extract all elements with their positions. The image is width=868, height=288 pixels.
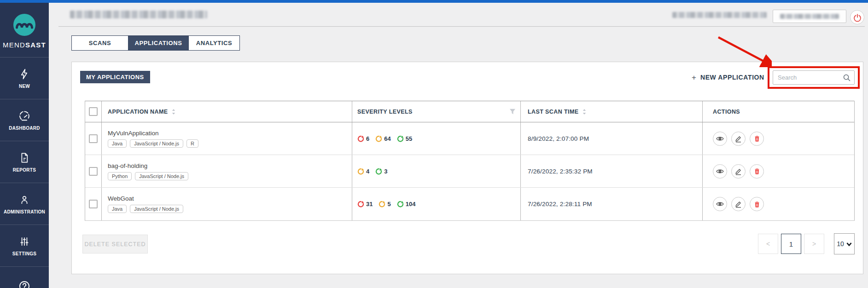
language-tag: Python [108, 172, 132, 180]
col-last-scan-time[interactable]: LAST SCAN TIME [528, 109, 578, 115]
delete-button[interactable] [750, 197, 764, 211]
main-area: SCANSAPPLICATIONSANALYTICS MY APPLICATIO… [49, 3, 868, 288]
view-button[interactable] [713, 197, 727, 211]
pie-icon [375, 168, 382, 175]
severity-cell: 66455 [352, 122, 520, 155]
row-checkbox[interactable] [89, 200, 98, 208]
pie-icon [379, 201, 385, 207]
header-divider [58, 26, 865, 27]
severity-low: 104 [397, 201, 416, 207]
pie-icon [357, 135, 364, 142]
gauge-icon [18, 109, 31, 122]
severity-high: 6 [357, 135, 369, 142]
pie-icon [397, 135, 404, 142]
pencil-icon [734, 167, 743, 176]
col-actions: ACTIONS [713, 109, 740, 115]
delete-button[interactable] [750, 164, 764, 179]
language-tag: Java [108, 205, 127, 213]
col-severity-levels: SEVERITY LEVELS [357, 109, 413, 115]
app-screen: MENDSAST NEW DASHBOARD REPORTS ADMINISTR… [0, 0, 868, 288]
table-row: MyVulnApplication JavaJavaScript / Node.… [85, 122, 854, 155]
application-name[interactable]: MyVulnApplication [108, 130, 159, 137]
sidebar-item-help[interactable] [0, 266, 49, 288]
view-button[interactable] [713, 132, 727, 146]
eye-icon [716, 134, 724, 143]
sidebar: MENDSAST NEW DASHBOARD REPORTS ADMINISTR… [0, 3, 49, 288]
sidebar-item-administration[interactable]: ADMINISTRATION [0, 183, 49, 225]
brand-logo: MENDSAST [0, 3, 49, 57]
edit-button[interactable] [731, 132, 746, 146]
lightning-icon [18, 68, 31, 81]
select-all-checkbox[interactable] [89, 107, 98, 116]
redacted-org-selector[interactable] [773, 10, 846, 23]
eye-icon [716, 167, 724, 176]
edit-button[interactable] [731, 164, 746, 179]
mend-logo-icon [12, 13, 36, 37]
pencil-icon [734, 200, 743, 208]
row-checkbox[interactable] [89, 134, 98, 143]
severity-high: 31 [357, 201, 373, 207]
delete-selected-button[interactable]: DELETE SELECTED [82, 235, 148, 253]
tab-bar: SCANSAPPLICATIONSANALYTICS [71, 35, 240, 51]
trash-icon [753, 200, 761, 208]
search-icon[interactable] [843, 74, 851, 84]
sort-icon[interactable] [171, 109, 176, 115]
trash-icon [753, 134, 761, 143]
pagination: < 1 > 10 [758, 233, 855, 254]
current-page-button[interactable]: 1 [781, 234, 801, 254]
severity-medium: 4 [357, 168, 369, 175]
row-checkbox[interactable] [89, 167, 98, 176]
table-row: bag-of-holding PythonJavaScript / Node.j… [85, 155, 854, 188]
page-size-select[interactable]: 10 [834, 233, 855, 254]
row-actions [702, 122, 854, 155]
prev-page-button[interactable]: < [758, 234, 778, 254]
trash-icon [753, 167, 761, 175]
report-icon [18, 151, 31, 164]
tab-analytics[interactable]: ANALYTICS [188, 36, 239, 50]
language-tags: JavaJavaScript / Node.js [108, 205, 183, 213]
severity-low: 55 [397, 135, 412, 142]
table-header-row: APPLICATION NAME SEVERITY LEVELS LAST SC… [85, 101, 854, 122]
language-tag: R [186, 139, 198, 148]
view-button[interactable] [713, 164, 727, 179]
severity-cell: 43 [352, 155, 520, 187]
next-page-button[interactable]: > [804, 234, 824, 254]
language-tag: JavaScript / Node.js [135, 172, 188, 180]
sidebar-item-new[interactable]: NEW [0, 57, 49, 99]
application-name[interactable]: bag-of-holding [108, 162, 147, 169]
my-applications-badge: MY APPLICATIONS [80, 71, 150, 83]
pie-icon [397, 201, 404, 207]
eye-icon [716, 200, 724, 208]
new-application-button[interactable]: + NEW APPLICATION [692, 71, 764, 84]
edit-button[interactable] [731, 197, 746, 211]
sidebar-item-dashboard[interactable]: DASHBOARD [0, 99, 49, 141]
application-name[interactable]: WebGoat [108, 195, 134, 202]
plus-icon: + [692, 74, 696, 81]
redacted-page-title [70, 11, 207, 18]
sidebar-nav: NEW DASHBOARD REPORTS ADMINISTRATION SET… [0, 57, 49, 288]
applications-card: MY APPLICATIONS + NEW APPLICATION [71, 62, 863, 274]
last-scan-time: 8/9/2022, 2:07:00 PM [528, 135, 589, 142]
table-row: WebGoat JavaJavaScript / Node.js 315104 … [85, 188, 854, 220]
language-tag: JavaScript / Node.js [130, 139, 183, 148]
severity-cell: 315104 [352, 188, 520, 220]
language-tags: JavaJavaScript / Node.jsR [108, 139, 198, 148]
tab-scans[interactable]: SCANS [72, 36, 128, 50]
language-tags: PythonJavaScript / Node.js [108, 172, 188, 180]
tab-applications[interactable]: APPLICATIONS [128, 36, 188, 50]
last-scan-time: 7/26/2022, 2:35:32 PM [528, 168, 593, 175]
last-scan-time: 7/26/2022, 2:28:11 PM [528, 201, 592, 207]
delete-button[interactable] [750, 132, 764, 146]
power-button[interactable] [850, 10, 864, 24]
pencil-icon [734, 134, 743, 143]
redacted-org-text [780, 14, 839, 19]
user-icon [18, 193, 31, 206]
filter-icon[interactable] [509, 109, 516, 115]
chevron-down-icon [846, 240, 852, 248]
search-box [773, 70, 855, 85]
col-application-name[interactable]: APPLICATION NAME [108, 109, 168, 115]
sidebar-item-reports[interactable]: REPORTS [0, 141, 49, 183]
severity-medium: 5 [379, 201, 390, 207]
sort-icon[interactable] [582, 109, 587, 115]
sidebar-item-settings[interactable]: SETTINGS [0, 225, 49, 266]
